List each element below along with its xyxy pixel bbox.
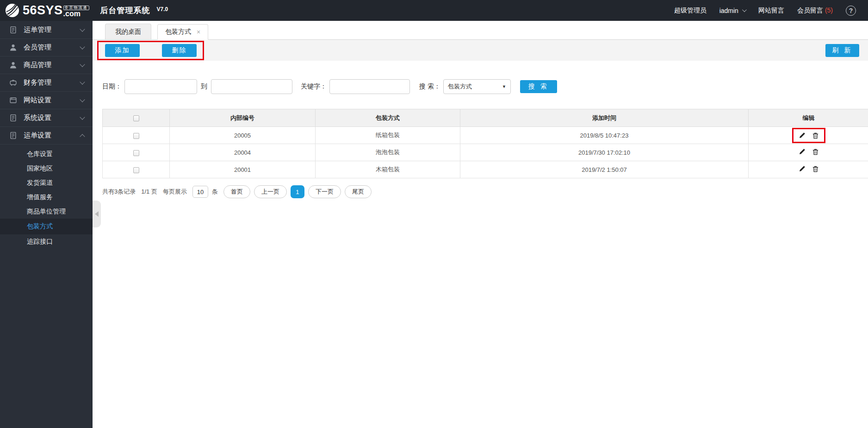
- prev-page-button[interactable]: 上一页: [254, 185, 287, 198]
- member-messages-link[interactable]: 会员留言(5): [797, 6, 833, 15]
- sidebar-item-website-settings[interactable]: 网站设置: [0, 92, 93, 109]
- add-button[interactable]: 添加: [105, 44, 140, 57]
- tab-my-desktop[interactable]: 我的桌面: [105, 24, 151, 39]
- submenu-item-warehouse-settings[interactable]: 仓库设置: [0, 147, 93, 161]
- document-icon: [9, 26, 17, 34]
- submenu-item-country-region[interactable]: 国家地区: [0, 161, 93, 176]
- user-icon: [9, 44, 17, 51]
- topbar-brand: 56SYS 全景物流通 .com 后台管理系统 V7.0: [5, 3, 168, 18]
- browser-window-icon: [9, 96, 17, 104]
- table-row: 20001 木箱包装 2019/7/2 1:50:07: [103, 161, 868, 178]
- row-checkbox[interactable]: [133, 167, 139, 173]
- date-from-input[interactable]: [124, 79, 197, 94]
- row-checkbox[interactable]: [133, 133, 139, 139]
- chevron-down-icon: [80, 44, 85, 49]
- sidebar-item-member-mgmt[interactable]: 会员管理: [0, 39, 93, 57]
- chevron-down-icon: [80, 26, 85, 31]
- logo-suffix-wrap: 全景物流通 .com: [63, 6, 89, 18]
- next-page-button[interactable]: 下一页: [308, 185, 341, 198]
- tab-label: 包装方式: [165, 28, 191, 36]
- sidebar-item-label: 运单管理: [24, 25, 81, 34]
- username: iadmin: [719, 7, 738, 14]
- member-messages-label: 会员留言: [797, 6, 823, 14]
- sidebar-item-label: 商品管理: [24, 61, 81, 69]
- row-actions: [799, 148, 819, 155]
- header-internal-no: 内部编号: [170, 109, 316, 127]
- packing-method-table: 内部编号 包装方式 添加时间 编辑 20005 纸箱包装 2019/8/5 10…: [102, 109, 868, 178]
- submenu-item-goods-unit-mgmt[interactable]: 商品单位管理: [0, 204, 93, 219]
- finance-icon: [9, 79, 17, 87]
- edit-pencil-icon[interactable]: [799, 148, 806, 155]
- sidebar-item-label: 运单设置: [24, 131, 81, 140]
- document-icon: [9, 132, 17, 139]
- sidebar-item-label: 网站设置: [24, 96, 81, 105]
- submenu-item-shipping-channel[interactable]: 发货渠道: [0, 176, 93, 190]
- date-to-input[interactable]: [211, 79, 292, 94]
- cell-packing: 泡泡包装: [316, 144, 460, 161]
- tab-packing-method[interactable]: 包装方式 ×: [157, 24, 208, 40]
- toolbar: 添加 删除 刷 新: [93, 40, 868, 61]
- sidebar-item-label: 会员管理: [24, 43, 81, 52]
- cell-internal-no: 20001: [170, 161, 316, 178]
- total-records-text: 共有3条记录: [102, 188, 136, 196]
- annotation-box-toolbar: 添加 删除: [97, 41, 204, 60]
- search-type-selected-value: 包装方式: [448, 82, 472, 91]
- search-button[interactable]: 搜 索: [520, 80, 557, 93]
- row-actions: [799, 165, 819, 172]
- header-packing-method: 包装方式: [316, 109, 460, 127]
- per-page-input[interactable]: [192, 186, 208, 198]
- cell-packing: 纸箱包装: [316, 127, 460, 144]
- header-added-time: 添加时间: [460, 109, 749, 127]
- cell-added: 2019/7/30 17:02:10: [460, 144, 749, 161]
- header-checkbox-cell: [103, 109, 170, 127]
- delete-trash-icon[interactable]: [812, 148, 819, 155]
- triangle-left-icon: [95, 211, 99, 217]
- topbar-user-area: 超级管理员 iadmin 网站留言 会员留言(5) ?: [661, 6, 856, 16]
- submenu-item-value-added-service[interactable]: 增值服务: [0, 190, 93, 204]
- sidebar-item-finance-mgmt[interactable]: 财务管理: [0, 74, 93, 92]
- edit-pencil-icon[interactable]: [799, 165, 806, 172]
- delete-trash-icon[interactable]: [812, 132, 819, 139]
- row-actions: [799, 132, 819, 139]
- sidebar-item-waybill-settings[interactable]: 运单设置: [0, 127, 93, 145]
- topbar: 56SYS 全景物流通 .com 后台管理系统 V7.0 超级管理员 iadmi…: [0, 0, 868, 21]
- keyword-input[interactable]: [329, 79, 410, 94]
- keyword-label: 关键字：: [301, 82, 327, 91]
- submenu-label: 国家地区: [27, 164, 53, 173]
- table-row: 20005 纸箱包装 2019/8/5 10:47:23: [103, 127, 868, 144]
- logo-globe-icon: [5, 3, 20, 18]
- sidebar: 运单管理 会员管理 商品管理 财务管理 网站设置 系统设置: [0, 21, 93, 428]
- current-page-button[interactable]: 1: [291, 185, 304, 198]
- sidebar-item-waybill-mgmt[interactable]: 运单管理: [0, 21, 93, 39]
- chevron-down-icon: [80, 97, 85, 102]
- submenu-label: 商品单位管理: [27, 208, 66, 216]
- sidebar-collapse-handle[interactable]: [93, 201, 101, 227]
- sidebar-item-system-settings[interactable]: 系统设置: [0, 109, 93, 127]
- last-page-button[interactable]: 尾页: [345, 185, 372, 198]
- delete-button[interactable]: 删除: [162, 44, 197, 57]
- pagination: 共有3条记录 1/1 页 每页展示 条 首页 上一页 1 下一页 尾页: [102, 185, 868, 198]
- refresh-button[interactable]: 刷 新: [825, 44, 859, 57]
- help-icon[interactable]: ?: [846, 6, 856, 16]
- close-icon[interactable]: ×: [197, 29, 200, 35]
- cell-internal-no: 20004: [170, 144, 316, 161]
- user-menu[interactable]: iadmin: [719, 7, 745, 14]
- logo-suffix: .com: [63, 10, 81, 18]
- chevron-down-icon: [742, 7, 747, 12]
- cell-internal-no: 20005: [170, 127, 316, 144]
- row-checkbox[interactable]: [133, 150, 139, 156]
- content-area: 我的桌面 包装方式 × 添加 删除 刷 新 日期： 到 关键字： 搜 索：: [93, 21, 868, 428]
- search-type-select[interactable]: 包装方式 ▼: [443, 79, 511, 94]
- cell-added: 2019/7/2 1:50:07: [460, 161, 749, 178]
- site-messages-link[interactable]: 网站留言: [758, 6, 784, 15]
- first-page-button[interactable]: 首页: [223, 185, 250, 198]
- sidebar-item-goods-mgmt[interactable]: 商品管理: [0, 57, 93, 74]
- submenu-item-packing-method[interactable]: 包装方式: [0, 219, 93, 234]
- member-messages-count: (5): [825, 6, 833, 14]
- select-all-checkbox[interactable]: [133, 115, 139, 121]
- edit-pencil-icon[interactable]: [799, 132, 806, 139]
- submenu-item-tracking-api[interactable]: 追踪接口: [0, 234, 93, 249]
- date-to-label: 到: [201, 82, 207, 91]
- delete-trash-icon[interactable]: [812, 165, 819, 172]
- per-page-label: 每页展示: [163, 188, 187, 196]
